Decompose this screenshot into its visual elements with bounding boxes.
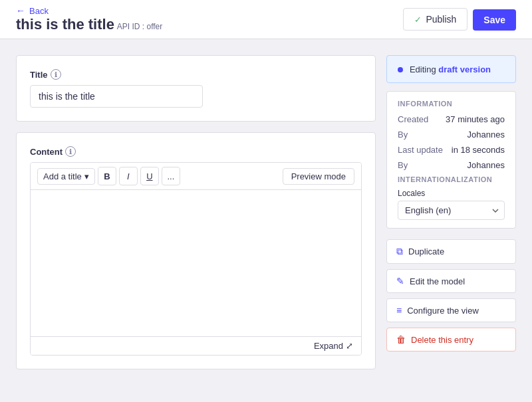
content-field-label: Content ℹ: [30, 146, 362, 157]
last-update-value: in 18 seconds: [452, 145, 505, 155]
editor-footer: Expand ⤢: [31, 336, 361, 355]
title-info-icon[interactable]: ℹ: [51, 69, 61, 80]
back-label: Back: [29, 6, 49, 16]
publish-button[interactable]: ✓ Publish: [403, 8, 467, 31]
toolbar-left: Add a title ▾ B I U: [37, 167, 180, 185]
content-field-card: Content ℹ Add a title ▾ B: [16, 132, 376, 369]
configure-view-button[interactable]: ≡ Configure the view: [386, 298, 516, 322]
chevron-down-icon: ▾: [84, 171, 89, 181]
top-bar: ← Back this is the title API ID : offer …: [0, 0, 532, 39]
back-arrow-icon: ←: [16, 5, 25, 16]
status-card: Editing draft version: [386, 55, 516, 83]
api-id: API ID : offer: [117, 22, 162, 31]
edit-model-button[interactable]: ✎ Edit the model: [386, 269, 516, 293]
delete-entry-button[interactable]: 🗑 Delete this entry: [386, 328, 516, 352]
italic-button[interactable]: I: [119, 167, 138, 185]
more-button[interactable]: ...: [162, 167, 180, 185]
by-row-2: By Johannes: [398, 160, 505, 170]
main-content: Title ℹ Content ℹ Add a title ▾: [0, 39, 532, 402]
last-update-label: Last update: [398, 145, 443, 155]
underline-button[interactable]: U: [140, 167, 159, 185]
by-row-1: By Johannes: [398, 130, 505, 140]
bold-button[interactable]: B: [98, 167, 116, 185]
check-icon: ✓: [414, 15, 422, 25]
duplicate-button[interactable]: ⧉ Duplicate: [386, 239, 516, 264]
status-text: Editing draft version: [410, 64, 491, 74]
locale-select[interactable]: English (en) French (fr) Spanish (es): [398, 201, 505, 220]
created-value: 37 minutes ago: [446, 114, 505, 124]
heading-label: Add a title: [43, 171, 82, 181]
created-row: Created 37 minutes ago: [398, 114, 505, 124]
by-value-1: Johannes: [467, 130, 505, 140]
by-label-1: By: [398, 130, 408, 140]
duplicate-icon: ⧉: [396, 246, 403, 257]
title-field-card: Title ℹ: [16, 55, 376, 122]
publish-label: Publish: [426, 14, 456, 25]
title-field-label: Title ℹ: [30, 69, 362, 80]
status-dot: [398, 67, 403, 72]
editor-area: Title ℹ Content ℹ Add a title ▾: [16, 55, 376, 386]
last-update-row: Last update in 18 seconds: [398, 145, 505, 155]
page: ← Back this is the title API ID : offer …: [0, 0, 532, 402]
locales-label: Locales: [398, 189, 505, 198]
rich-editor: Add a title ▾ B I U: [30, 162, 362, 355]
created-label: Created: [398, 114, 428, 124]
header-left: ← Back this is the title API ID : offer: [16, 5, 162, 33]
header-actions: ✓ Publish Save: [403, 8, 516, 31]
info-card: INFORMATION Created 37 minutes ago By Jo…: [386, 91, 516, 229]
editor-toolbar: Add a title ▾ B I U: [31, 163, 361, 190]
by-value-2: Johannes: [467, 160, 505, 170]
intl-section-title: INTERNATIONALIZATION: [398, 175, 505, 183]
by-label-2: By: [398, 160, 408, 170]
config-icon: ≡: [396, 305, 402, 316]
heading-dropdown[interactable]: Add a title ▾: [37, 168, 95, 185]
editor-body[interactable]: [31, 190, 361, 336]
save-button[interactable]: Save: [473, 9, 516, 31]
page-title: this is the title: [16, 16, 114, 33]
trash-icon: 🗑: [396, 334, 406, 345]
content-info-icon[interactable]: ℹ: [65, 146, 76, 157]
action-buttons: ⧉ Duplicate ✎ Edit the model ≡ Configure…: [386, 239, 516, 352]
edit-icon: ✎: [396, 276, 404, 286]
back-button[interactable]: ← Back: [16, 5, 49, 16]
sidebar: Editing draft version INFORMATION Create…: [386, 55, 516, 386]
expand-button[interactable]: Expand ⤢: [314, 341, 353, 351]
info-section-title: INFORMATION: [398, 100, 505, 108]
save-label: Save: [483, 15, 505, 25]
preview-mode-button[interactable]: Preview mode: [283, 168, 354, 185]
expand-icon: ⤢: [346, 341, 353, 351]
title-input[interactable]: [30, 85, 203, 108]
